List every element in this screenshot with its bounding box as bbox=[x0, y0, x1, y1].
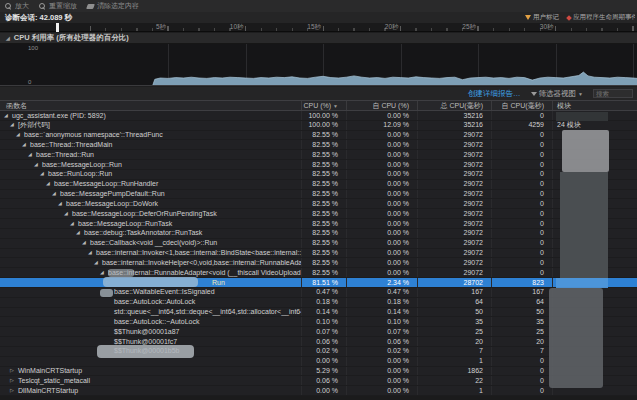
table-row[interactable]: ▷WinMainCRTStartup5.29 %0.00 %18620 bbox=[0, 367, 637, 377]
cell-module bbox=[553, 337, 637, 346]
expanded-icon[interactable]: ◢ bbox=[76, 229, 84, 238]
cell-self-pct: 0.00 % bbox=[347, 190, 418, 199]
column-header-total-cpu-ms[interactable]: 总 CPU(毫秒) bbox=[418, 101, 492, 110]
cell-self-ms: 0 bbox=[492, 150, 553, 159]
expanded-icon[interactable]: ◢ bbox=[100, 268, 108, 277]
table-row[interactable]: ◢[外部代码]100.00 %12.09 %35216425924 模块 bbox=[0, 121, 637, 131]
report-actions-row: 创建详细报告… 筛选器视图 ▼ bbox=[0, 87, 637, 100]
column-header-function[interactable]: 函数名 bbox=[0, 101, 302, 110]
function-name: WinMainCRTStartup bbox=[18, 367, 82, 376]
table-row[interactable]: ◢base::Thread::Run82.55 %0.00 %290720 bbox=[0, 150, 637, 160]
timeline-ruler[interactable]: 5秒10秒15秒20秒25秒30秒 bbox=[0, 23, 637, 32]
cell-module bbox=[553, 229, 637, 238]
table-row[interactable]: base::AutoLock::AutoLock0.18 %0.18 %6464 bbox=[0, 298, 637, 308]
cell-module bbox=[553, 239, 637, 248]
ruler-tick-label: 15秒 bbox=[307, 23, 323, 30]
cpu-utilization-chart[interactable]: 100 0 bbox=[0, 44, 637, 86]
table-row[interactable]: base::WaitableEvent::IsSignaled0.47 %0.4… bbox=[0, 288, 637, 298]
function-name: base::MessageLoop::RunHandler bbox=[54, 180, 158, 189]
cell-self-ms: 20 bbox=[492, 337, 553, 346]
table-row[interactable]: ◢base::debug::TaskAnnotator::RunTask82.5… bbox=[0, 229, 637, 239]
cell-self-ms: 0 bbox=[492, 190, 553, 199]
section-expander-icon[interactable]: ◢ bbox=[6, 35, 10, 41]
column-header-self-cpu-pct[interactable]: 自 CPU (%) bbox=[347, 101, 418, 110]
cell-total-ms: 29072 bbox=[418, 160, 492, 169]
function-name: ugc_assistant.exe (PID: 5892) bbox=[12, 111, 106, 120]
table-row[interactable]: ◢base::internal::InvokeHelper<0,void,bas… bbox=[0, 258, 637, 268]
table-row[interactable]: $$Thunk@00001fc70.06 %0.06 %2020 bbox=[0, 337, 637, 347]
function-name: base::debug::TaskAnnotator::RunTask bbox=[84, 229, 202, 238]
collapsed-icon[interactable]: ▷ bbox=[106, 278, 114, 287]
table-row[interactable]: ◢base::internal::Invoker<1,base::interna… bbox=[0, 249, 637, 259]
table-row[interactable]: ◢base::MessageLoop::DeferOrRunPendingTas… bbox=[0, 209, 637, 219]
zoom-in-button[interactable]: 放大 bbox=[5, 0, 29, 12]
table-row[interactable]: ▷Run81.51 %2.34 %28702823 bbox=[0, 278, 637, 288]
cell-self-pct: 0.00 % bbox=[347, 367, 418, 376]
cell-self-pct: 0.00 % bbox=[347, 209, 418, 218]
cell-self-pct: 0.10 % bbox=[347, 317, 418, 326]
table-row[interactable]: ◢base::MessageLoop::RunHandler82.55 %0.0… bbox=[0, 180, 637, 190]
table-row[interactable]: ◢base::Callback<void __cdecl(void)>::Run… bbox=[0, 239, 637, 249]
cell-self-ms: 4259 bbox=[492, 121, 553, 130]
cell-total-ms: 25 bbox=[418, 327, 492, 336]
expanded-icon[interactable]: ◢ bbox=[28, 150, 36, 159]
cell-total-ms: 1862 bbox=[418, 367, 492, 376]
search-input[interactable] bbox=[593, 89, 633, 98]
table-row[interactable]: ◢base::MessageLoop::DoWork82.55 %0.00 %2… bbox=[0, 199, 637, 209]
table-row[interactable]: ◢ugc_assistant.exe (PID: 5892)100.00 %0.… bbox=[0, 111, 637, 121]
cell-total-pct: 0.10 % bbox=[302, 317, 347, 326]
reset-zoom-button[interactable]: 重置缩放 bbox=[39, 0, 77, 12]
cell-total-pct: 0.06 % bbox=[302, 337, 347, 346]
playhead-marker[interactable] bbox=[56, 23, 59, 32]
expanded-icon[interactable]: ◢ bbox=[64, 209, 72, 218]
collapsed-icon[interactable]: ▷ bbox=[10, 386, 18, 395]
cell-self-pct: 0.00 % bbox=[347, 140, 418, 149]
expanded-icon[interactable]: ◢ bbox=[58, 199, 66, 208]
expanded-icon[interactable]: ◢ bbox=[40, 170, 48, 179]
table-row[interactable]: ◢base::MessagePumpDefault::Run82.55 %0.0… bbox=[0, 190, 637, 200]
x-axis-line bbox=[0, 85, 637, 86]
filter-dropdown[interactable]: 筛选器视图 ▼ bbox=[531, 89, 583, 99]
expanded-icon[interactable]: ◢ bbox=[16, 131, 24, 140]
cpu-section-header[interactable]: ◢ CPU 利用率 (所有处理器的百分比) bbox=[0, 33, 637, 44]
expanded-icon[interactable]: ◢ bbox=[10, 121, 18, 130]
table-row[interactable]: ▷Teslcqt_static_metacall0.06 %0.00 %220 bbox=[0, 376, 637, 386]
column-header-total-cpu-pct[interactable]: 总 CPU (%)▼ bbox=[302, 101, 347, 110]
cpu-area-series bbox=[0, 44, 637, 86]
table-row[interactable]: ◢base::MessageLoop::Run82.55 %0.00 %2907… bbox=[0, 160, 637, 170]
expanded-icon[interactable]: ◢ bbox=[52, 190, 60, 199]
table-row[interactable]: ▷DllMainCRTStartup0.00 %0.00 %10 bbox=[0, 386, 637, 396]
expanded-icon[interactable]: ◢ bbox=[94, 258, 102, 267]
expanded-icon[interactable]: ◢ bbox=[88, 249, 96, 258]
table-row[interactable]: ◢base::RunLoop::Run82.55 %0.00 %290720 bbox=[0, 170, 637, 180]
collapsed-icon[interactable]: ▷ bbox=[10, 376, 18, 385]
create-detailed-report-link[interactable]: 创建详细报告… bbox=[468, 89, 521, 99]
table-row[interactable]: std::queue<__int64,std::deque<__int64,st… bbox=[0, 308, 637, 318]
cell-self-pct: 0.00 % bbox=[347, 180, 418, 189]
table-row[interactable]: ◢base::MessageLoop::RunTask82.55 %0.00 %… bbox=[0, 219, 637, 229]
expanded-icon[interactable]: ◢ bbox=[70, 219, 78, 228]
table-row[interactable]: $$Thunk@00001a870.07 %0.07 %2525 bbox=[0, 327, 637, 337]
expanded-icon[interactable]: ◢ bbox=[46, 180, 54, 189]
function-name: DllMainCRTStartup bbox=[18, 386, 78, 395]
cell-total-pct: 100.00 % bbox=[302, 111, 347, 120]
bottom-strip bbox=[0, 396, 637, 400]
expanded-icon[interactable]: ◢ bbox=[22, 140, 30, 149]
expanded-icon[interactable]: ◢ bbox=[34, 160, 42, 169]
cell-total-pct: 82.55 % bbox=[302, 268, 347, 277]
expanded-icon[interactable]: ◢ bbox=[4, 111, 12, 120]
sort-desc-icon: ▼ bbox=[333, 103, 338, 109]
table-row[interactable]: ◢base::`anonymous namespace'::ThreadFunc… bbox=[0, 131, 637, 141]
collapsed-icon[interactable]: ▷ bbox=[10, 367, 18, 376]
table-row[interactable]: $$Thunk@00001b5b0.02 %0.02 %77 bbox=[0, 347, 637, 357]
table-row[interactable]: 0.00 %0.00 %10 bbox=[0, 357, 637, 367]
table-row[interactable]: ◢base::Thread::ThreadMain82.55 %0.00 %29… bbox=[0, 140, 637, 150]
table-row[interactable]: ◢base::internal::RunnableAdapter<void (_… bbox=[0, 268, 637, 278]
column-header-module[interactable]: 模块 bbox=[553, 101, 637, 110]
expanded-icon[interactable]: ◢ bbox=[82, 239, 90, 248]
column-header-self-cpu-ms[interactable]: 自 CPU(毫秒) bbox=[492, 101, 553, 110]
cell-module bbox=[553, 367, 637, 376]
cell-self-pct: 0.00 % bbox=[347, 170, 418, 179]
table-row[interactable]: base::AutoLock::~AutoLock0.10 %0.10 %353… bbox=[0, 317, 637, 327]
clear-selection-button[interactable]: 清除选定内容 bbox=[87, 0, 139, 12]
